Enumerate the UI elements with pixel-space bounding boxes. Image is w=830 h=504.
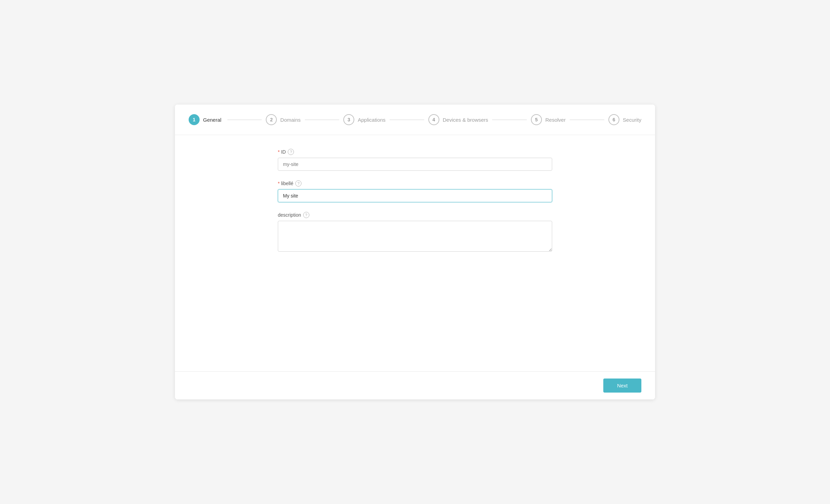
stepper: 1 General 2 Domains 3 Applications 4 [175, 105, 655, 135]
connector-1-2 [227, 120, 262, 120]
step-2[interactable]: 2 Domains [266, 114, 300, 125]
step-6-number: 6 [613, 117, 615, 122]
step-4-number: 4 [432, 117, 435, 122]
next-button[interactable]: Next [603, 379, 641, 393]
step-4[interactable]: 4 Devices & browsers [428, 114, 488, 125]
step-6[interactable]: 6 Security [608, 114, 641, 125]
step-1-number: 1 [193, 117, 195, 122]
step-4-label: Devices & browsers [443, 117, 488, 123]
libelle-field-group: * libellé ? [278, 180, 552, 202]
step-3-number: 3 [347, 117, 350, 122]
connector-3-4 [390, 120, 424, 120]
description-label-row: description ? [278, 212, 552, 218]
libelle-help-icon[interactable]: ? [295, 180, 301, 187]
id-required-star: * [278, 149, 280, 155]
libelle-input[interactable] [278, 189, 552, 202]
step-3[interactable]: 3 Applications [343, 114, 386, 125]
id-help-icon[interactable]: ? [288, 149, 294, 155]
id-label-row: * ID ? [278, 149, 552, 155]
id-field-group: * ID ? [278, 149, 552, 171]
connector-5-6 [570, 120, 604, 120]
step-5-circle: 5 [531, 114, 542, 125]
step-3-label: Applications [358, 117, 386, 123]
step-2-number: 2 [270, 117, 273, 122]
connector-4-5 [492, 120, 527, 120]
step-4-circle: 4 [428, 114, 439, 125]
wizard-footer: Next [175, 371, 655, 399]
step-1-label: General [203, 117, 221, 123]
id-label: ID [281, 149, 286, 155]
connector-2-3 [305, 120, 340, 120]
step-2-circle: 2 [266, 114, 277, 125]
step-6-label: Security [623, 117, 641, 123]
wizard-container: 1 General 2 Domains 3 Applications 4 [175, 105, 655, 399]
description-textarea[interactable] [278, 221, 552, 252]
libelle-required-star: * [278, 181, 280, 186]
step-5-number: 5 [535, 117, 538, 122]
libelle-label-row: * libellé ? [278, 180, 552, 187]
id-input[interactable] [278, 158, 552, 171]
step-1[interactable]: 1 General [189, 114, 223, 125]
step-3-circle: 3 [343, 114, 354, 125]
description-label: description [278, 212, 301, 218]
description-field-group: description ? [278, 212, 552, 253]
form-content: * ID ? * libellé ? description ? [175, 135, 655, 276]
step-6-circle: 6 [608, 114, 619, 125]
step-5[interactable]: 5 Resolver [531, 114, 566, 125]
step-2-label: Domains [280, 117, 300, 123]
step-5-label: Resolver [545, 117, 566, 123]
step-1-circle: 1 [189, 114, 200, 125]
libelle-label: libellé [281, 181, 293, 186]
description-help-icon[interactable]: ? [303, 212, 309, 218]
